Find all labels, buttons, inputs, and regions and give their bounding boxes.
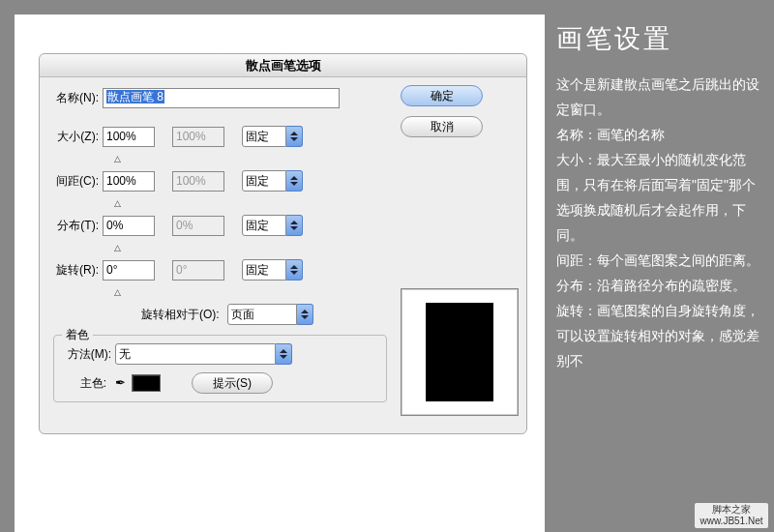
annotation-text: 分布：沿着路径分布的疏密度。 <box>556 273 764 298</box>
annotation-text: 间距：每个画笔图案之间的距离。 <box>556 248 764 273</box>
rotation-input-min[interactable]: 0° <box>103 260 155 281</box>
scatter-brush-options-dialog: 散点画笔选项 名称(N): 散点画笔 8 大小(Z): 100% 100% 固定… <box>39 53 527 434</box>
rotation-label: 旋转(R): <box>49 262 103 279</box>
spacing-input-min[interactable]: 100% <box>103 171 155 192</box>
eyedropper-icon[interactable]: ✒ <box>112 375 128 391</box>
dialog-title: 散点画笔选项 <box>40 54 526 77</box>
method-label: 方法(M): <box>62 346 115 363</box>
dropdown-arrow-icon <box>297 304 313 325</box>
spacing-mode-select[interactable]: 固定 <box>242 170 303 192</box>
rotation-input-max: 0° <box>172 260 224 281</box>
preview-shape <box>426 303 493 401</box>
method-select[interactable]: 无 <box>115 343 292 365</box>
annotation-text: 旋转：画笔图案的自身旋转角度，可以设置旋转相对的对象，感觉差别不 <box>556 298 764 373</box>
annotation-sidebar: 画笔设置 这个是新建散点画笔之后跳出的设定窗口。 名称：画笔的名称 大小：最大至… <box>556 21 764 373</box>
rotation-relative-label: 旋转相对于(O): <box>141 307 223 323</box>
annotation-title: 画笔设置 <box>556 21 764 56</box>
slider-thumb-icon[interactable] <box>114 199 126 207</box>
name-label: 名称(N): <box>49 90 103 106</box>
scatter-label: 分布(T): <box>49 218 103 234</box>
colorization-legend: 着色 <box>62 327 93 343</box>
tips-button[interactable]: 提示(S) <box>192 372 273 394</box>
rotation-mode-select[interactable]: 固定 <box>242 259 303 281</box>
key-color-label: 主色: <box>62 375 112 392</box>
size-input-max: 100% <box>172 127 224 147</box>
dropdown-arrow-icon <box>276 343 292 365</box>
cancel-button[interactable]: 取消 <box>401 116 483 137</box>
spacing-label: 间距(C): <box>49 173 103 190</box>
slider-thumb-icon[interactable] <box>114 244 126 251</box>
slider-thumb-icon[interactable] <box>114 155 126 163</box>
scatter-mode-select[interactable]: 固定 <box>242 215 303 236</box>
scatter-input-max: 0% <box>172 216 224 236</box>
scatter-input-min[interactable]: 0% <box>103 216 155 236</box>
dropdown-arrow-icon <box>286 259 303 281</box>
annotation-text: 大小：最大至最小的随机变化范围，只有在将后面写着"固定"那个选项换成随机后才会起… <box>556 147 764 248</box>
slider-thumb-icon[interactable] <box>114 288 126 296</box>
ok-button[interactable]: 确定 <box>401 85 483 106</box>
rotation-relative-select[interactable]: 页面 <box>227 304 313 325</box>
size-label: 大小(Z): <box>49 129 103 145</box>
key-color-swatch[interactable] <box>132 374 161 392</box>
name-input[interactable]: 散点画笔 8 <box>103 88 340 108</box>
watermark: 脚本之家 www.JB51.Net <box>695 503 768 528</box>
dropdown-arrow-icon <box>286 215 303 236</box>
size-mode-select[interactable]: 固定 <box>242 126 303 147</box>
brush-preview <box>401 288 519 416</box>
annotation-text: 这个是新建散点画笔之后跳出的设定窗口。 <box>556 72 764 122</box>
spacing-input-max: 100% <box>172 171 224 192</box>
dropdown-arrow-icon <box>286 126 303 147</box>
dropdown-arrow-icon <box>286 170 303 192</box>
annotation-text: 名称：画笔的名称 <box>556 122 764 147</box>
size-input-min[interactable]: 100% <box>103 127 155 147</box>
colorization-group: 着色 方法(M): 无 主色: ✒ 提示(S) <box>53 335 387 402</box>
